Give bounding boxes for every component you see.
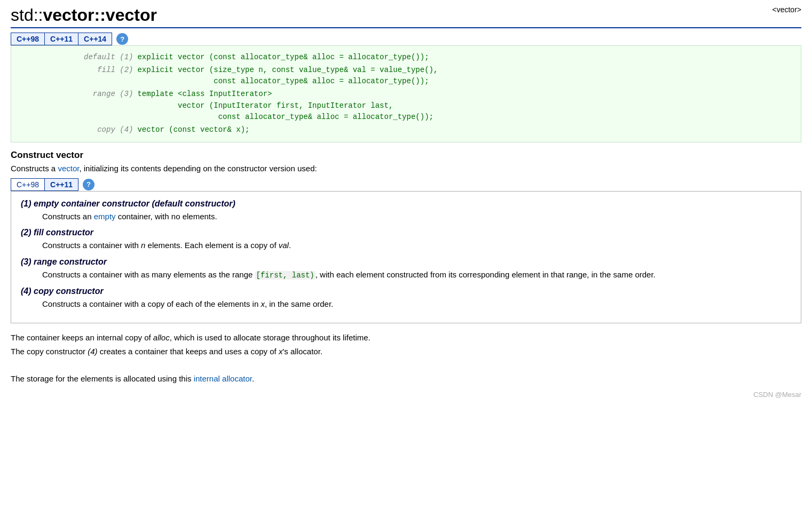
code-row-default: default (1) explicit vector (const alloc… — [20, 51, 792, 64]
constructor-item-1: (1) empty container constructor (default… — [21, 199, 791, 223]
section-desc: Constructs a vector, initializing its co… — [11, 164, 801, 173]
desc-tabs-row: C++98 C++11 ? — [11, 178, 801, 191]
constructor-item-3: (3) range constructor Constructs a conta… — [21, 257, 791, 281]
code-row-fill: fill (2) explicit vector (size_type n, c… — [20, 64, 792, 88]
constructor-item-2: (2) fill constructor Constructs a contai… — [21, 228, 791, 252]
tab-cpp98-desc[interactable]: C++98 — [11, 178, 45, 191]
code-content-copy: vector (const vector& x); — [135, 124, 792, 137]
section-heading: Construct vector — [11, 150, 801, 161]
namespace-prefix: std:: — [11, 5, 43, 25]
syntax-help-icon[interactable]: ? — [116, 33, 128, 45]
tab-cpp98-syntax[interactable]: C++98 — [11, 33, 45, 45]
page-header: std::vector::vector <vector> — [11, 5, 801, 28]
top-link[interactable]: <vector> — [772, 5, 801, 14]
constructor-num-2: (2) — [21, 228, 31, 237]
page-title: std::vector::vector — [11, 5, 157, 25]
constructor-title-3: (3) range constructor — [21, 257, 791, 267]
code-label-fill: fill (2) — [20, 64, 135, 88]
internal-allocator-link[interactable]: internal allocator — [194, 374, 252, 383]
footer-line-3: The storage for the elements is allocate… — [11, 372, 801, 386]
constructor-title-2: (2) fill constructor — [21, 228, 791, 237]
empty-link[interactable]: empty — [94, 212, 116, 221]
syntax-tabs-row: C++98 C++11 C++14 ? — [11, 33, 801, 45]
constructor-desc-3: Constructs a container with as many elem… — [42, 269, 791, 281]
constructor-desc-1: Constructs an empty container, with no e… — [42, 211, 791, 223]
constructor-title-1: (1) empty container constructor (default… — [21, 199, 791, 209]
syntax-code-box: default (1) explicit vector (const alloc… — [11, 45, 801, 142]
code-label-default: default (1) — [20, 51, 135, 64]
code-content-default: explicit vector (const allocator_type& a… — [135, 51, 792, 64]
code-label-range: range (3) — [20, 88, 135, 124]
watermark: CSDN @Mesar — [11, 391, 801, 399]
footer-line-1: The container keeps an internal copy of … — [11, 331, 801, 345]
code-content-range: template <class InputIterator> vector (I… — [135, 88, 792, 124]
footer-line-2: The copy constructor (4) creates a conta… — [11, 345, 801, 359]
constructor-title-4: (4) copy constructor — [21, 287, 791, 296]
code-content-fill: explicit vector (size_type n, const valu… — [135, 64, 792, 88]
tab-cpp11-syntax[interactable]: C++11 — [45, 33, 78, 45]
constructor-item-4: (4) copy constructor Constructs a contai… — [21, 287, 791, 311]
tab-cpp11-desc[interactable]: C++11 — [45, 178, 78, 191]
code-row-range: range (3) template <class InputIterator>… — [20, 88, 792, 124]
code-row-copy: copy (4) vector (const vector& x); — [20, 124, 792, 137]
class-name: vector::vector — [43, 5, 156, 25]
tab-cpp14-syntax[interactable]: C++14 — [78, 33, 112, 45]
constructor-desc-2: Constructs a container with n elements. … — [42, 240, 791, 252]
constructor-num-3: (3) — [21, 257, 31, 266]
vector-link[interactable]: vector — [58, 164, 79, 173]
footer-text: The container keeps an internal copy of … — [11, 331, 801, 385]
constructor-desc-4: Constructs a container with a copy of ea… — [42, 298, 791, 311]
descriptions-box: (1) empty container constructor (default… — [11, 191, 801, 324]
constructor-num-1: (1) — [21, 199, 31, 208]
constructor-num-4: (4) — [21, 287, 31, 296]
code-label-copy: copy (4) — [20, 124, 135, 137]
desc-help-icon[interactable]: ? — [83, 179, 94, 190]
